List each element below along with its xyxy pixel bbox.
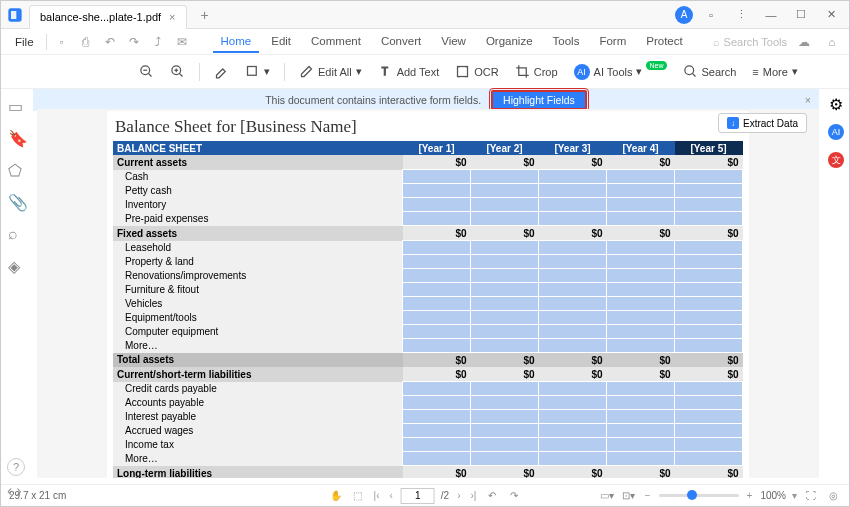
zoom-in-button[interactable]: [164, 61, 191, 82]
form-field[interactable]: [675, 438, 743, 452]
form-field[interactable]: [539, 269, 607, 283]
ai-assistant-icon[interactable]: AI: [827, 123, 845, 141]
form-field[interactable]: [539, 382, 607, 396]
form-field[interactable]: [607, 297, 675, 311]
form-field[interactable]: [675, 297, 743, 311]
form-field[interactable]: [539, 241, 607, 255]
form-field[interactable]: [675, 283, 743, 297]
select-tool-icon[interactable]: ⬚: [350, 488, 366, 504]
form-field[interactable]: [539, 452, 607, 466]
security-icon[interactable]: ⬠: [8, 161, 26, 179]
tab-convert[interactable]: Convert: [373, 31, 429, 53]
form-field[interactable]: [607, 269, 675, 283]
form-field[interactable]: [471, 311, 539, 325]
ai-tools-button[interactable]: AIAI Tools▾New: [568, 61, 673, 83]
tab-organize[interactable]: Organize: [478, 31, 541, 53]
form-field[interactable]: [539, 396, 607, 410]
form-field[interactable]: [403, 424, 471, 438]
form-field[interactable]: [607, 424, 675, 438]
form-field[interactable]: [403, 438, 471, 452]
tab-comment[interactable]: Comment: [303, 31, 369, 53]
form-field[interactable]: [675, 325, 743, 339]
form-field[interactable]: [471, 325, 539, 339]
form-field[interactable]: [607, 184, 675, 198]
form-field[interactable]: [403, 241, 471, 255]
form-field[interactable]: [471, 339, 539, 353]
form-field[interactable]: [403, 255, 471, 269]
form-field[interactable]: [539, 325, 607, 339]
minimize-button[interactable]: —: [759, 3, 783, 27]
form-field[interactable]: [539, 255, 607, 269]
form-field[interactable]: [607, 382, 675, 396]
form-field[interactable]: [403, 170, 471, 184]
fit-width-icon[interactable]: ⊡▾: [621, 488, 637, 504]
rotate-left-icon[interactable]: ↶: [484, 488, 500, 504]
form-field[interactable]: [539, 283, 607, 297]
highlight-fields-button[interactable]: Highlight Fields: [491, 90, 587, 110]
form-field[interactable]: [539, 212, 607, 226]
form-field[interactable]: [607, 339, 675, 353]
save-icon[interactable]: ▫: [51, 31, 73, 53]
crop-button[interactable]: Crop: [509, 61, 564, 82]
user-avatar[interactable]: A: [675, 6, 693, 24]
attachments-icon[interactable]: 📎: [8, 193, 26, 211]
close-notification-icon[interactable]: ×: [805, 94, 811, 106]
form-field[interactable]: [675, 311, 743, 325]
document-tab[interactable]: balance-she...plate-1.pdf ×: [29, 5, 187, 29]
fullscreen-icon[interactable]: ⛶: [803, 488, 819, 504]
form-field[interactable]: [675, 255, 743, 269]
last-page-button[interactable]: ›|: [469, 490, 479, 501]
focus-mode-icon[interactable]: ◎: [825, 488, 841, 504]
zoom-out-button[interactable]: [133, 61, 160, 82]
tab-view[interactable]: View: [433, 31, 474, 53]
form-field[interactable]: [403, 410, 471, 424]
form-field[interactable]: [471, 438, 539, 452]
prev-page-button[interactable]: ‹: [387, 490, 394, 501]
form-field[interactable]: [607, 241, 675, 255]
form-field[interactable]: [675, 269, 743, 283]
form-field[interactable]: [471, 269, 539, 283]
form-field[interactable]: [607, 212, 675, 226]
hand-tool-icon[interactable]: ✋: [328, 488, 344, 504]
form-field[interactable]: [539, 170, 607, 184]
form-field[interactable]: [471, 396, 539, 410]
zoom-in-icon[interactable]: +: [745, 490, 755, 501]
layers-icon[interactable]: ◈: [8, 257, 26, 275]
add-tab-button[interactable]: +: [195, 7, 215, 23]
close-window-button[interactable]: ✕: [819, 3, 843, 27]
tab-edit[interactable]: Edit: [263, 31, 299, 53]
form-field[interactable]: [607, 410, 675, 424]
file-menu[interactable]: File: [7, 36, 42, 48]
first-page-button[interactable]: |‹: [372, 490, 382, 501]
form-field[interactable]: [403, 212, 471, 226]
search-tools-input[interactable]: ⌕ Search Tools: [713, 36, 787, 48]
form-field[interactable]: [471, 198, 539, 212]
zoom-out-icon[interactable]: −: [643, 490, 653, 501]
thumbnails-icon[interactable]: ▭: [8, 97, 26, 115]
form-field[interactable]: [539, 424, 607, 438]
tab-form[interactable]: Form: [591, 31, 634, 53]
form-field[interactable]: [403, 396, 471, 410]
add-text-button[interactable]: TAdd Text: [372, 61, 446, 82]
form-field[interactable]: [675, 212, 743, 226]
form-field[interactable]: [403, 311, 471, 325]
form-field[interactable]: [675, 452, 743, 466]
settings-icon[interactable]: ⚙: [827, 95, 845, 113]
view-mode-icon[interactable]: ▭▾: [599, 488, 615, 504]
email-icon[interactable]: ✉: [171, 31, 193, 53]
extract-data-button[interactable]: ↓ Extract Data: [718, 113, 807, 133]
form-field[interactable]: [607, 438, 675, 452]
form-field[interactable]: [403, 325, 471, 339]
form-field[interactable]: [675, 241, 743, 255]
tab-protect[interactable]: Protect: [638, 31, 690, 53]
search-button[interactable]: Search: [677, 61, 743, 82]
form-field[interactable]: [539, 198, 607, 212]
form-field[interactable]: [403, 297, 471, 311]
next-page-button[interactable]: ›: [455, 490, 462, 501]
app-menu-icon[interactable]: ▫: [699, 3, 723, 27]
shape-button[interactable]: ▾: [239, 61, 276, 82]
form-field[interactable]: [471, 283, 539, 297]
form-field[interactable]: [607, 311, 675, 325]
form-field[interactable]: [471, 255, 539, 269]
form-field[interactable]: [675, 382, 743, 396]
